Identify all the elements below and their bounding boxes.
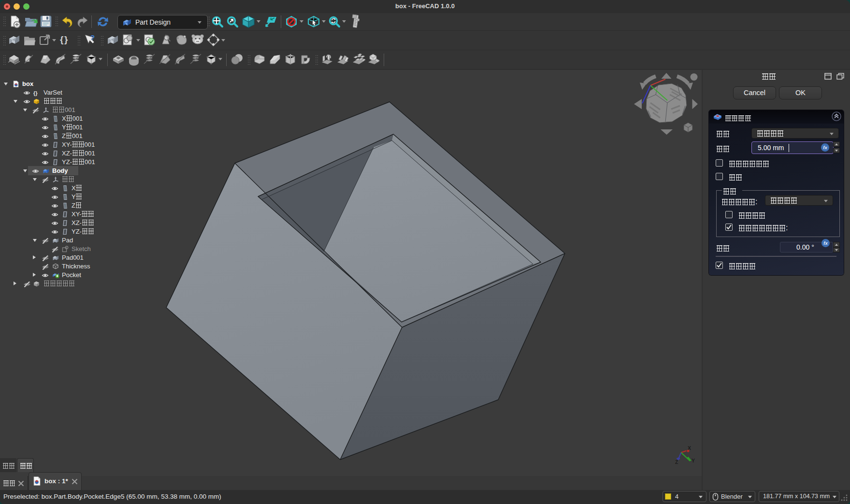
svg-text:Y: Y: [692, 458, 695, 463]
svg-text:{}: {}: [33, 90, 38, 96]
svg-text:?: ?: [90, 34, 95, 42]
